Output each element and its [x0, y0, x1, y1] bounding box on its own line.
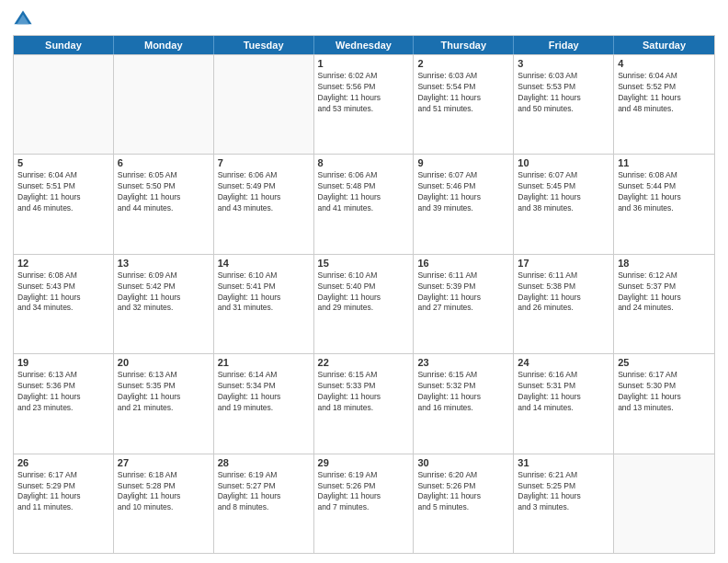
day-number: 4	[618, 58, 711, 69]
calendar-cell: 7Sunrise: 6:06 AM Sunset: 5:49 PM Daylig…	[214, 155, 314, 253]
calendar-cell	[614, 454, 714, 553]
day-info: Sunrise: 6:10 AM Sunset: 5:41 PM Dayligh…	[218, 270, 310, 315]
day-number: 29	[318, 457, 410, 468]
calendar-row: 5Sunrise: 6:04 AM Sunset: 5:51 PM Daylig…	[14, 154, 714, 253]
weekday-header: Monday	[114, 36, 214, 54]
weekday-header: Wednesday	[314, 36, 415, 54]
logo-icon	[13, 9, 33, 29]
day-info: Sunrise: 6:08 AM Sunset: 5:44 PM Dayligh…	[618, 170, 711, 214]
calendar-cell: 17Sunrise: 6:11 AM Sunset: 5:38 PM Dayli…	[514, 255, 614, 353]
calendar-cell: 2Sunrise: 6:03 AM Sunset: 5:54 PM Daylig…	[414, 55, 514, 154]
calendar: SundayMondayTuesdayWednesdayThursdayFrid…	[13, 35, 715, 554]
day-number: 9	[417, 157, 509, 168]
day-info: Sunrise: 6:05 AM Sunset: 5:50 PM Dayligh…	[118, 170, 210, 214]
day-info: Sunrise: 6:06 AM Sunset: 5:48 PM Dayligh…	[318, 170, 410, 214]
day-info: Sunrise: 6:07 AM Sunset: 5:46 PM Dayligh…	[417, 170, 509, 214]
day-number: 27	[118, 457, 210, 468]
day-number: 30	[417, 457, 509, 468]
day-info: Sunrise: 6:15 AM Sunset: 5:32 PM Dayligh…	[417, 370, 509, 414]
day-info: Sunrise: 6:17 AM Sunset: 5:30 PM Dayligh…	[618, 370, 711, 414]
day-number: 6	[118, 157, 210, 168]
day-info: Sunrise: 6:11 AM Sunset: 5:38 PM Dayligh…	[518, 270, 609, 315]
calendar-cell: 29Sunrise: 6:19 AM Sunset: 5:26 PM Dayli…	[314, 454, 415, 553]
calendar-cell	[14, 55, 114, 154]
day-number: 18	[618, 258, 711, 269]
day-info: Sunrise: 6:04 AM Sunset: 5:51 PM Dayligh…	[17, 170, 109, 214]
calendar-cell: 16Sunrise: 6:11 AM Sunset: 5:39 PM Dayli…	[414, 255, 514, 353]
calendar-cell: 27Sunrise: 6:18 AM Sunset: 5:28 PM Dayli…	[114, 454, 214, 553]
calendar-cell: 8Sunrise: 6:06 AM Sunset: 5:48 PM Daylig…	[314, 155, 415, 253]
day-info: Sunrise: 6:03 AM Sunset: 5:54 PM Dayligh…	[417, 71, 509, 115]
page: SundayMondayTuesdayWednesdayThursdayFrid…	[0, 0, 728, 563]
day-number: 15	[318, 258, 410, 269]
calendar-cell: 22Sunrise: 6:15 AM Sunset: 5:33 PM Dayli…	[314, 354, 415, 453]
day-number: 13	[118, 258, 210, 269]
day-info: Sunrise: 6:03 AM Sunset: 5:53 PM Dayligh…	[518, 71, 609, 115]
day-number: 21	[218, 357, 310, 368]
day-info: Sunrise: 6:17 AM Sunset: 5:29 PM Dayligh…	[17, 470, 109, 514]
calendar-cell: 21Sunrise: 6:14 AM Sunset: 5:34 PM Dayli…	[214, 354, 314, 453]
weekday-header: Saturday	[614, 36, 714, 54]
day-number: 1	[318, 58, 410, 69]
day-number: 11	[618, 157, 711, 168]
calendar-cell: 28Sunrise: 6:19 AM Sunset: 5:27 PM Dayli…	[214, 454, 314, 553]
calendar-cell	[114, 55, 214, 154]
calendar-cell: 9Sunrise: 6:07 AM Sunset: 5:46 PM Daylig…	[414, 155, 514, 253]
day-info: Sunrise: 6:06 AM Sunset: 5:49 PM Dayligh…	[218, 170, 310, 214]
day-info: Sunrise: 6:21 AM Sunset: 5:25 PM Dayligh…	[518, 470, 609, 514]
calendar-body: 1Sunrise: 6:02 AM Sunset: 5:56 PM Daylig…	[14, 54, 714, 553]
calendar-cell: 1Sunrise: 6:02 AM Sunset: 5:56 PM Daylig…	[314, 55, 415, 154]
day-number: 25	[618, 357, 711, 368]
calendar-cell: 14Sunrise: 6:10 AM Sunset: 5:41 PM Dayli…	[214, 255, 314, 353]
calendar-cell: 3Sunrise: 6:03 AM Sunset: 5:53 PM Daylig…	[514, 55, 614, 154]
day-number: 24	[518, 357, 609, 368]
day-number: 8	[318, 157, 410, 168]
calendar-row: 1Sunrise: 6:02 AM Sunset: 5:56 PM Daylig…	[14, 54, 714, 154]
day-info: Sunrise: 6:08 AM Sunset: 5:43 PM Dayligh…	[17, 270, 109, 315]
day-number: 20	[118, 357, 210, 368]
calendar-cell: 13Sunrise: 6:09 AM Sunset: 5:42 PM Dayli…	[114, 255, 214, 353]
calendar-row: 12Sunrise: 6:08 AM Sunset: 5:43 PM Dayli…	[14, 254, 714, 353]
calendar-row: 19Sunrise: 6:13 AM Sunset: 5:36 PM Dayli…	[14, 353, 714, 453]
day-info: Sunrise: 6:09 AM Sunset: 5:42 PM Dayligh…	[118, 270, 210, 315]
calendar-cell: 23Sunrise: 6:15 AM Sunset: 5:32 PM Dayli…	[414, 354, 514, 453]
calendar-cell: 5Sunrise: 6:04 AM Sunset: 5:51 PM Daylig…	[14, 155, 114, 253]
day-number: 16	[417, 258, 509, 269]
day-number: 12	[17, 258, 109, 269]
day-number: 31	[518, 457, 609, 468]
day-info: Sunrise: 6:16 AM Sunset: 5:31 PM Dayligh…	[518, 370, 609, 414]
calendar-cell: 18Sunrise: 6:12 AM Sunset: 5:37 PM Dayli…	[614, 255, 714, 353]
day-number: 26	[17, 457, 109, 468]
day-info: Sunrise: 6:13 AM Sunset: 5:35 PM Dayligh…	[118, 370, 210, 414]
calendar-cell: 24Sunrise: 6:16 AM Sunset: 5:31 PM Dayli…	[514, 354, 614, 453]
day-info: Sunrise: 6:19 AM Sunset: 5:27 PM Dayligh…	[218, 470, 310, 514]
weekday-header: Friday	[514, 36, 614, 54]
day-info: Sunrise: 6:04 AM Sunset: 5:52 PM Dayligh…	[618, 71, 711, 115]
day-number: 10	[518, 157, 609, 168]
calendar-cell: 6Sunrise: 6:05 AM Sunset: 5:50 PM Daylig…	[114, 155, 214, 253]
calendar-cell: 19Sunrise: 6:13 AM Sunset: 5:36 PM Dayli…	[14, 354, 114, 453]
day-number: 23	[417, 357, 509, 368]
day-number: 22	[318, 357, 410, 368]
calendar-cell: 11Sunrise: 6:08 AM Sunset: 5:44 PM Dayli…	[614, 155, 714, 253]
day-info: Sunrise: 6:18 AM Sunset: 5:28 PM Dayligh…	[118, 470, 210, 514]
day-number: 28	[218, 457, 310, 468]
calendar-cell	[214, 55, 314, 154]
day-info: Sunrise: 6:19 AM Sunset: 5:26 PM Dayligh…	[318, 470, 410, 514]
calendar-row: 26Sunrise: 6:17 AM Sunset: 5:29 PM Dayli…	[14, 454, 714, 553]
weekday-header: Sunday	[14, 36, 114, 54]
calendar-cell: 20Sunrise: 6:13 AM Sunset: 5:35 PM Dayli…	[114, 354, 214, 453]
calendar-cell: 10Sunrise: 6:07 AM Sunset: 5:45 PM Dayli…	[514, 155, 614, 253]
day-info: Sunrise: 6:12 AM Sunset: 5:37 PM Dayligh…	[618, 270, 711, 315]
weekday-header: Thursday	[414, 36, 514, 54]
day-info: Sunrise: 6:15 AM Sunset: 5:33 PM Dayligh…	[318, 370, 410, 414]
calendar-cell: 26Sunrise: 6:17 AM Sunset: 5:29 PM Dayli…	[14, 454, 114, 553]
day-info: Sunrise: 6:07 AM Sunset: 5:45 PM Dayligh…	[518, 170, 609, 214]
day-number: 2	[417, 58, 509, 69]
day-number: 17	[518, 258, 609, 269]
day-number: 3	[518, 58, 609, 69]
day-info: Sunrise: 6:14 AM Sunset: 5:34 PM Dayligh…	[218, 370, 310, 414]
calendar-cell: 30Sunrise: 6:20 AM Sunset: 5:26 PM Dayli…	[414, 454, 514, 553]
day-number: 5	[17, 157, 109, 168]
day-info: Sunrise: 6:02 AM Sunset: 5:56 PM Dayligh…	[318, 71, 410, 115]
